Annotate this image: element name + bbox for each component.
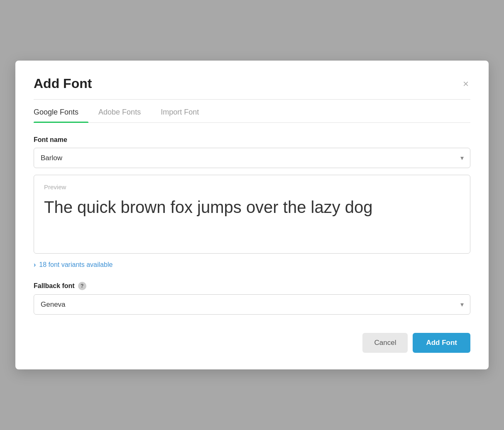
add-font-button[interactable]: Add Font [413, 333, 470, 353]
preview-label: Preview [44, 183, 460, 191]
dialog-backdrop: Add Font × Google Fonts Adobe Fonts Impo… [0, 0, 504, 430]
preview-text: The quick brown fox jumps over the lazy … [44, 196, 460, 218]
variants-text: 18 font variants available [39, 261, 113, 269]
dialog-header: Add Font × [34, 76, 470, 91]
variants-row[interactable]: › 18 font variants available [34, 261, 470, 269]
fallback-label-row: Fallback font ? [34, 282, 470, 290]
help-icon: ? [78, 282, 86, 290]
add-font-dialog: Add Font × Google Fonts Adobe Fonts Impo… [15, 61, 489, 369]
dialog-title: Add Font [34, 76, 92, 91]
tab-import-font[interactable]: Import Font [151, 100, 209, 122]
fallback-font-select[interactable]: Geneva Arial Helvetica Times New Roman G… [34, 294, 470, 315]
tabs-bar: Google Fonts Adobe Fonts Import Font [34, 100, 470, 123]
fallback-font-select-wrapper: Geneva Arial Helvetica Times New Roman G… [34, 294, 470, 315]
font-name-select-wrapper: Barlow Open Sans Roboto Lato Montserrat … [34, 148, 470, 168]
fallback-font-label: Fallback font [34, 282, 75, 290]
fallback-font-section: Fallback font ? Geneva Arial Helvetica T… [34, 282, 470, 315]
tab-google-fonts[interactable]: Google Fonts [34, 100, 88, 122]
chevron-right-icon: › [34, 261, 36, 269]
actions-row: Cancel Add Font [34, 333, 470, 353]
close-button[interactable]: × [461, 77, 470, 90]
preview-box: Preview The quick brown fox jumps over t… [34, 175, 470, 254]
font-name-section: Font name Barlow Open Sans Roboto Lato M… [34, 136, 470, 168]
cancel-button[interactable]: Cancel [362, 333, 408, 353]
tab-adobe-fonts[interactable]: Adobe Fonts [88, 100, 151, 122]
font-name-select[interactable]: Barlow Open Sans Roboto Lato Montserrat … [34, 148, 470, 168]
font-name-label: Font name [34, 136, 470, 144]
